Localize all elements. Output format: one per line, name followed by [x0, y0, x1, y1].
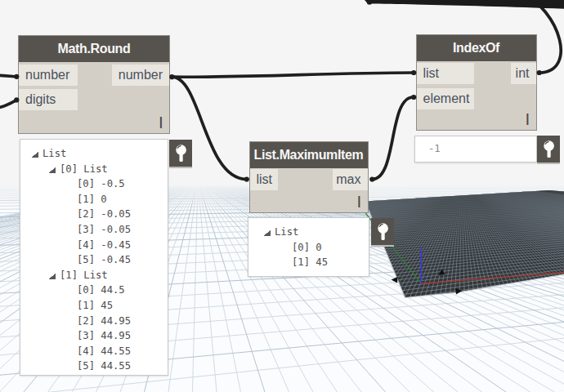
input-port-list-maximumitem-0[interactable]: list: [250, 169, 279, 190]
port-label: max: [336, 172, 360, 187]
lacing-indicator[interactable]: |: [357, 194, 360, 207]
port-label: number: [119, 68, 163, 82]
pin-button-indexof[interactable]: [537, 136, 560, 164]
input-port-math-round-1[interactable]: digits: [19, 89, 78, 110]
tree-row: [3] 44.95: [20, 327, 168, 343]
node-list-maximumitem[interactable]: List.MaximumItemlistmax|: [249, 141, 369, 214]
tree-row-text: [1] 45: [77, 300, 113, 311]
tree-row: [0] 0: [248, 239, 369, 255]
dynamo-canvas[interactable]: Math.Roundnumberdigitsnumber|List.Maximu…: [0, 0, 564, 392]
tree-row-text: [1] List: [60, 270, 108, 281]
tree-row-text: [0] -0.5: [77, 178, 125, 189]
node-header[interactable]: List.MaximumItem: [250, 142, 368, 168]
node-header[interactable]: IndexOf: [417, 35, 536, 61]
tree-row-text: [2] -0.05: [77, 208, 131, 220]
tree-row: [1] List: [20, 267, 168, 283]
tree-row: List: [20, 145, 168, 161]
tree-row: [4] 44.55: [20, 343, 168, 359]
input-port-indexof-0[interactable]: list: [417, 63, 474, 84]
node-header[interactable]: Math.Round: [19, 36, 169, 62]
port-label: list: [423, 66, 440, 81]
port-label: element: [423, 91, 470, 106]
tree-row: [4] -0.45: [20, 237, 168, 252]
tree-row-text: [5] 44.55: [77, 360, 131, 372]
tree-row-text: [1] 45: [292, 256, 328, 268]
tree-row-text: [0] 0: [292, 242, 322, 253]
lacing-indicator[interactable]: |: [159, 114, 163, 128]
pin-icon: [371, 218, 394, 245]
tree-row-text: [5] -0.45: [77, 254, 131, 265]
tree-row: [1] 45: [248, 254, 369, 270]
tree-row: [2] 44.95: [20, 313, 168, 328]
expander-icon[interactable]: [31, 152, 38, 158]
expander-icon[interactable]: [48, 167, 56, 173]
preview-value: -1: [428, 143, 441, 154]
tree-row-text: [2] 44.95: [77, 315, 131, 327]
tree-row: [0] List: [20, 161, 168, 176]
pin-icon: [537, 136, 560, 163]
expander-icon[interactable]: [48, 274, 56, 279]
tree-row: [0] 44.5: [20, 282, 168, 297]
tree-row-text: [0] List: [60, 163, 108, 175]
tree-row-text: [3] -0.05: [77, 224, 131, 235]
pin-button-math-round[interactable]: [169, 140, 192, 168]
output-port-list-maximumitem-0[interactable]: max: [333, 169, 368, 190]
tree-row: [5] -0.45: [20, 252, 168, 267]
tree-row: [2] -0.05: [20, 206, 168, 221]
tree-row: [0] -0.5: [20, 176, 168, 191]
tree-row: [3] -0.05: [20, 221, 168, 237]
node-indexof[interactable]: IndexOflistelementint|: [416, 34, 537, 131]
node-title: Math.Round: [58, 42, 131, 56]
node-math-round[interactable]: Math.Roundnumberdigitsnumber|: [18, 35, 170, 134]
input-port-math-round-0[interactable]: number: [19, 65, 78, 86]
node-title: List.MaximumItem: [254, 148, 364, 163]
tree-row: [5] 44.55: [20, 358, 168, 373]
tree-row-text: [4] -0.45: [77, 239, 131, 251]
lacing-indicator[interactable]: |: [526, 111, 529, 125]
expander-icon[interactable]: [263, 230, 271, 236]
output-port-math-round-0[interactable]: number: [112, 65, 169, 86]
output-port-indexof-0[interactable]: int: [511, 63, 536, 84]
port-label: int: [516, 66, 530, 81]
input-port-indexof-1[interactable]: element: [417, 88, 474, 109]
port-label: list: [257, 172, 273, 187]
tree-row-text: [3] 44.95: [77, 330, 131, 341]
tree-row-text: List: [43, 148, 66, 159]
tree-row: List: [248, 224, 369, 239]
pin-button-list-maximumitem[interactable]: [371, 218, 394, 247]
tree-row-text: List: [275, 226, 298, 238]
tree-row-text: [4] 44.55: [77, 345, 131, 357]
preview-bubble-indexof[interactable]: -1: [414, 136, 537, 163]
tree-row-text: [1] 0: [77, 194, 107, 205]
tree-row-text: [0] 44.5: [77, 284, 125, 296]
node-title: IndexOf: [453, 41, 499, 56]
preview-bubble-list-maximumitem[interactable]: List[0] 0[1] 45: [248, 217, 369, 277]
pin-icon: [169, 140, 192, 167]
port-label: digits: [25, 92, 56, 107]
port-label: number: [25, 68, 69, 82]
tree-row: [1] 45: [20, 297, 168, 313]
preview-bubble-math-round[interactable]: List[0] List[0] -0.5[1] 0[2] -0.05[3] -0…: [20, 139, 168, 376]
tree-row: [1] 0: [20, 191, 168, 207]
